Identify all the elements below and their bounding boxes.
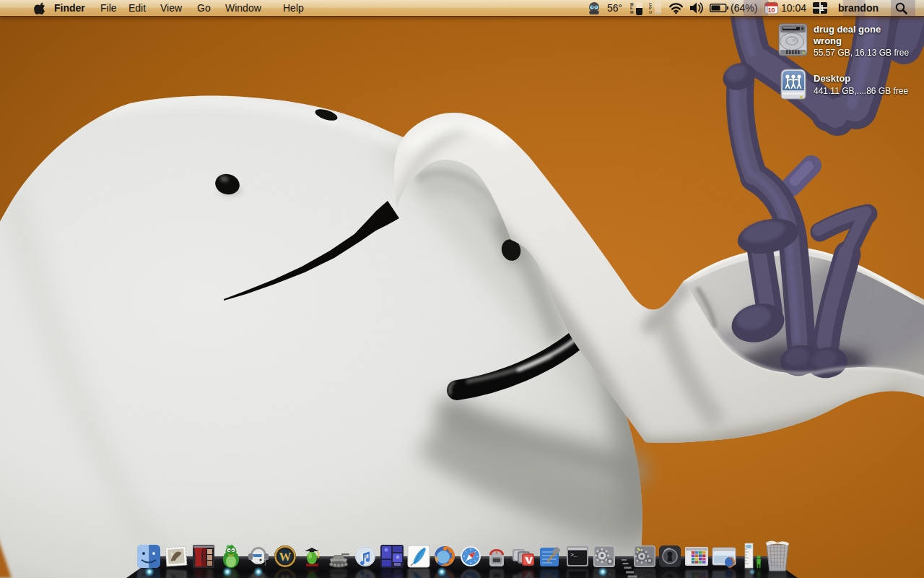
svg-text:M: M <box>630 10 634 14</box>
svg-text:>_: >_ <box>570 551 578 558</box>
svg-text:W: W <box>279 550 292 564</box>
svg-text:10: 10 <box>767 7 775 14</box>
svg-text:U: U <box>649 10 652 14</box>
svg-text:1: 1 <box>820 4 824 12</box>
